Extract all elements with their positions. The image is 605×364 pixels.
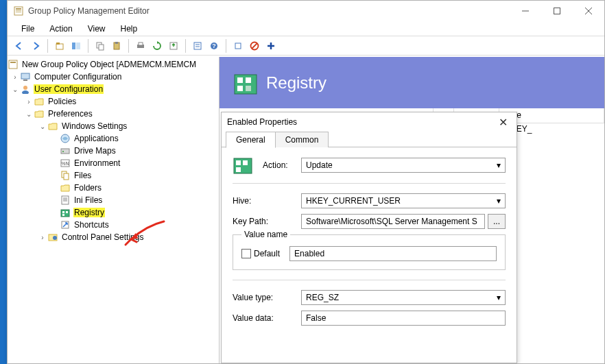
collapse-icon[interactable]: ⌄ — [10, 86, 20, 93]
tree-control-panel[interactable]: › Control Panel Settings — [8, 231, 219, 243]
tree-ini-files[interactable]: Ini Files — [8, 194, 219, 206]
tree-environment[interactable]: %N Environment — [8, 157, 219, 169]
hive-value: HKEY_CURRENT_USER — [306, 196, 401, 206]
tree-applications[interactable]: Applications — [8, 132, 219, 145]
tab-general[interactable]: General — [226, 132, 276, 148]
print-button[interactable] — [133, 38, 148, 53]
tree-root[interactable]: New Group Policy Object [ADMEMCM.MEMCM — [8, 58, 219, 71]
tree-user-config[interactable]: ⌄ User Configuration — [8, 83, 219, 95]
details-pane: Registry N O Action Hive Update HKEY_ En… — [220, 57, 604, 363]
copy-button[interactable] — [93, 38, 108, 53]
svg-rect-5 — [554, 8, 560, 14]
content-area: New Group Policy Object [ADMEMCM.MEMCM ›… — [8, 57, 604, 363]
keypath-value: Software\Microsoft\SQL Server Management… — [306, 217, 477, 226]
svg-rect-15 — [115, 42, 118, 44]
menu-action[interactable]: Action — [43, 23, 79, 35]
minimize-button[interactable] — [510, 1, 541, 21]
valuetype-label: Value type: — [233, 293, 301, 302]
browse-button[interactable]: ... — [488, 214, 506, 229]
tree-preferences[interactable]: ⌄ Preferences — [8, 108, 219, 120]
tab-common[interactable]: Common — [275, 132, 329, 147]
dialog-close-button[interactable]: ✕ — [495, 116, 511, 129]
close-button[interactable] — [573, 1, 604, 21]
help-button[interactable]: ? — [206, 38, 222, 53]
tree-registry[interactable]: Registry — [8, 206, 219, 219]
computer-icon — [20, 71, 31, 82]
svg-rect-41 — [64, 173, 69, 180]
default-checkbox[interactable]: Default — [241, 249, 280, 258]
svg-rect-9 — [56, 43, 60, 45]
extra-button-1[interactable] — [230, 38, 246, 53]
refresh-button[interactable] — [150, 38, 165, 53]
tree-label: Files — [73, 171, 92, 180]
maximize-button[interactable] — [541, 1, 573, 21]
menu-view[interactable]: View — [81, 23, 112, 35]
back-button[interactable] — [12, 38, 27, 53]
chevron-down-icon: ▾ — [497, 293, 501, 302]
chevron-down-icon: ▾ — [497, 160, 501, 170]
keypath-input[interactable]: Software\Microsoft\SQL Server Management… — [301, 214, 485, 229]
show-hide-tree-button[interactable] — [69, 38, 84, 53]
tree-label: User Configuration — [34, 84, 104, 94]
tree-shortcuts[interactable]: Shortcuts — [8, 219, 219, 231]
up-button[interactable] — [52, 38, 67, 53]
svg-rect-30 — [10, 62, 16, 63]
valuename-value: Enabled — [294, 249, 324, 258]
dialog-title: Enabled Properties — [227, 117, 297, 127]
tree-label: Windows Settings — [61, 121, 128, 131]
tree-windows-settings[interactable]: ⌄ Windows Settings — [8, 120, 219, 132]
tree-drive-maps[interactable]: Drive Maps — [8, 145, 219, 157]
expand-icon[interactable]: › — [10, 73, 20, 81]
tree-label: Preferences — [47, 109, 93, 119]
properties-button[interactable] — [190, 38, 205, 53]
menu-file[interactable]: File — [14, 23, 41, 35]
valuedata-input[interactable]: False — [301, 311, 506, 326]
svg-rect-17 — [139, 43, 143, 45]
tree-files[interactable]: Files — [8, 169, 219, 182]
paste-button[interactable] — [109, 38, 124, 53]
svg-rect-42 — [62, 196, 69, 204]
tree-label: Applications — [73, 134, 119, 143]
action-combo[interactable]: Update ▾ — [301, 158, 506, 173]
menu-help[interactable]: Help — [114, 23, 145, 35]
collapse-icon[interactable]: ⌄ — [24, 110, 34, 118]
tree[interactable]: New Group Policy Object [ADMEMCM.MEMCM ›… — [8, 58, 219, 243]
expand-icon[interactable]: › — [38, 234, 47, 241]
tree-folders[interactable]: Folders — [8, 182, 219, 194]
checkbox-icon — [241, 249, 251, 258]
hive-combo[interactable]: HKEY_CURRENT_USER ▾ — [301, 193, 506, 208]
svg-rect-54 — [237, 77, 243, 83]
svg-rect-32 — [23, 80, 27, 81]
app-icon — [13, 5, 24, 16]
svg-point-34 — [22, 90, 29, 94]
hive-label: Hive: — [233, 196, 301, 206]
valuetype-combo[interactable]: REG_SZ ▾ — [301, 290, 506, 305]
forward-button[interactable] — [28, 38, 43, 53]
tree-label: Registry — [73, 208, 105, 217]
stop-button[interactable] — [247, 38, 262, 53]
banner: Registry — [220, 57, 604, 108]
menubar: File Action View Help — [8, 21, 604, 36]
valuename-input[interactable]: Enabled — [289, 246, 497, 261]
action-value: Update — [306, 160, 333, 170]
tree-pane: New Group Policy Object [ADMEMCM.MEMCM ›… — [8, 57, 220, 363]
tree-label: Computer Configuration — [34, 72, 122, 82]
add-button[interactable] — [263, 38, 278, 53]
svg-rect-59 — [236, 160, 241, 165]
tab-strip: General Common — [222, 132, 517, 147]
collapse-icon[interactable]: ⌄ — [38, 123, 47, 130]
svg-text:%N: %N — [61, 161, 69, 166]
registry-icon — [60, 207, 71, 218]
export-button[interactable] — [166, 38, 181, 53]
default-label: Default — [254, 249, 280, 258]
valuetype-value: REG_SZ — [306, 293, 339, 302]
expand-icon[interactable]: › — [24, 98, 34, 106]
svg-rect-8 — [56, 44, 63, 49]
folder-icon — [60, 182, 71, 193]
tree-policies[interactable]: › Policies — [8, 95, 219, 108]
svg-rect-1 — [16, 8, 21, 10]
action-label: Action: — [263, 160, 301, 170]
tree-computer-config[interactable]: › Computer Configuration — [8, 71, 219, 83]
titlebar: Group Policy Management Editor — [8, 1, 604, 21]
valuename-legend: Value name — [241, 230, 290, 239]
